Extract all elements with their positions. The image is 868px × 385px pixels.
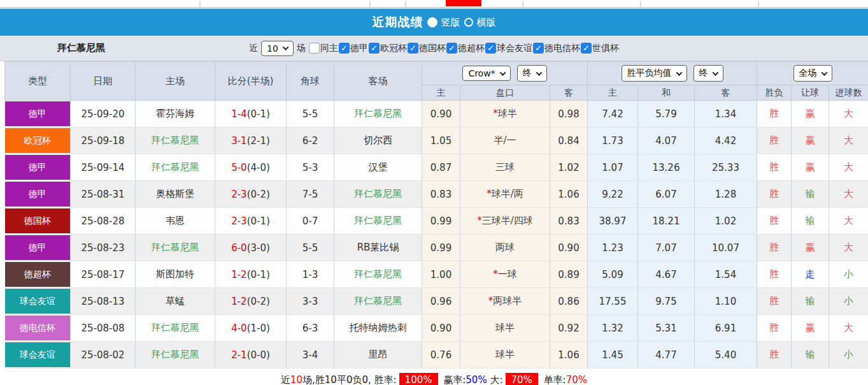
handicap-home-odds: 0.99	[422, 208, 460, 235]
home-team[interactable]: 草蜢	[136, 288, 215, 315]
handicap-text: 半/一	[494, 134, 516, 146]
handicap-home-odds: 0.87	[422, 154, 460, 181]
result-winlose: 胜	[757, 181, 792, 208]
league-badge[interactable]: 德甲	[5, 155, 71, 180]
corner-count: 6-2	[287, 127, 334, 154]
corner-count: 3-3	[287, 288, 334, 315]
match-date: 25-09-14	[71, 154, 136, 181]
win-odds: 9.22	[588, 181, 638, 208]
home-team[interactable]: 霍芬海姆	[136, 101, 215, 127]
lose-odds: 1.10	[695, 288, 757, 315]
corner-count: 5-5	[287, 235, 334, 261]
handicap-line: *球半/两	[460, 181, 550, 208]
handicap-text: 球半	[495, 349, 515, 360]
checkbox-label: 德甲	[350, 43, 368, 54]
league-badge[interactable]: 德甲	[5, 235, 71, 260]
home-team[interactable]: 拜仁慕尼黑	[136, 342, 215, 368]
league-badge[interactable]: 德电信杯	[5, 316, 71, 340]
summary-segment: 近	[281, 374, 290, 385]
summary-segment: 70%	[506, 373, 538, 385]
checkbox[interactable]	[485, 43, 496, 54]
away-team[interactable]: 汉堡	[334, 154, 422, 181]
europe-period-value: 终	[699, 68, 708, 79]
chevron-down-icon	[282, 44, 288, 50]
checkbox[interactable]	[533, 43, 544, 54]
match-count-select[interactable]: 10	[261, 41, 294, 56]
fulltime-score: 2-3	[231, 215, 247, 227]
checkbox[interactable]	[309, 43, 320, 54]
score-cell: 5-0(4-0)	[215, 154, 287, 181]
tab-separator	[640, 1, 641, 7]
league-badge[interactable]: 欧冠杯	[5, 128, 71, 153]
handicap-text: 三球半/四球	[482, 215, 533, 226]
odds-period-select[interactable]: 终	[517, 65, 547, 82]
league-badge[interactable]: 德甲	[5, 182, 71, 207]
league-badge[interactable]: 球会友谊	[5, 342, 71, 367]
europe-odds-select[interactable]: 胜平负均值	[622, 65, 687, 82]
handicap-home-odds: 0.90	[422, 315, 460, 342]
checkbox[interactable]	[581, 43, 592, 54]
league-badge[interactable]: 球会友谊	[5, 289, 71, 314]
handicap-home-odds: 0.83	[422, 181, 460, 208]
away-team[interactable]: 里昂	[334, 342, 422, 368]
handicap-home-odds: 0.96	[422, 288, 460, 315]
result-winlose: 胜	[757, 154, 792, 181]
checkbox[interactable]	[446, 43, 457, 54]
scope-select[interactable]: 全场	[793, 65, 832, 82]
match-row: 德甲 25-09-20 霍芬海姆 1-4(0-1) 5-5 拜仁慕尼黑 0.90…	[5, 101, 868, 127]
draw-odds: 18.21	[638, 208, 695, 235]
lose-odds: 1.02	[695, 208, 757, 235]
handicap-line: *球半	[460, 101, 550, 127]
home-team[interactable]: 奥格斯堡	[136, 181, 215, 208]
win-odds: 1.45	[588, 342, 638, 368]
home-team[interactable]: 拜仁慕尼黑	[136, 127, 215, 154]
away-team[interactable]: 拜仁慕尼黑	[334, 101, 422, 127]
result-winlose: 胜	[757, 288, 792, 315]
away-team[interactable]: 切尔西	[334, 127, 422, 154]
home-team[interactable]: 拜仁慕尼黑	[136, 235, 215, 261]
win-odds: 38.97	[588, 208, 638, 235]
odds-company-select[interactable]: Crow*	[462, 66, 510, 81]
summary-segment: 场,胜10平0负0, 胜率:	[302, 374, 397, 385]
match-date: 25-08-31	[71, 181, 136, 208]
away-team[interactable]: 拜仁慕尼黑	[334, 261, 422, 288]
handicap-away-odds: 1.06	[550, 342, 588, 368]
win-odds: 1.32	[588, 315, 638, 342]
europe-period-select[interactable]: 终	[694, 65, 723, 82]
corner-count: 5-5	[287, 101, 334, 127]
europe-odds-header: 胜平负均值 终	[588, 62, 757, 85]
handicap-away-odds: 0.83	[550, 208, 588, 235]
layout-option-vertical[interactable]: 竖版	[427, 17, 460, 29]
handicap-header: Crow* 终	[422, 62, 588, 85]
column-subheader: 盘口	[460, 85, 550, 101]
away-team[interactable]: 拜仁慕尼黑	[334, 208, 422, 235]
league-badge[interactable]: 德甲	[5, 101, 71, 126]
draw-odds: 13.26	[638, 154, 695, 181]
league-badge[interactable]: 德超杯	[5, 262, 71, 287]
handicap-home-odds: 1.00	[422, 261, 460, 288]
league-badge[interactable]: 德国杯	[5, 208, 71, 233]
checkbox[interactable]	[408, 43, 418, 54]
radio-icon	[427, 17, 438, 27]
handicap-away-odds: 0.98	[550, 101, 588, 127]
win-odds: 1.73	[588, 127, 638, 154]
home-team[interactable]: 拜仁慕尼黑	[136, 315, 215, 342]
home-team[interactable]: 韦恩	[136, 208, 215, 235]
lose-odds: 1.28	[695, 181, 757, 208]
score-cell: 2-3(0-1)	[215, 208, 287, 235]
checkbox-label: 同主	[320, 43, 338, 54]
active-tab-indicator[interactable]	[446, 0, 481, 6]
checkbox[interactable]	[339, 43, 350, 54]
checkbox[interactable]	[369, 43, 380, 54]
result-handicap: 赢	[792, 154, 829, 181]
away-team[interactable]: 托特纳姆热刺	[334, 315, 422, 342]
home-team[interactable]: 斯图加特	[136, 261, 215, 288]
away-team[interactable]: RB莱比锡	[334, 235, 422, 261]
home-team[interactable]: 拜仁慕尼黑	[136, 154, 215, 181]
result-winlose: 胜	[757, 127, 792, 154]
layout-option-horizontal[interactable]: 横版	[464, 17, 496, 29]
away-team[interactable]: 拜仁慕尼黑	[334, 288, 422, 315]
halftime-score: (3-0)	[247, 242, 270, 254]
draw-odds: 4.67	[638, 261, 695, 288]
away-team[interactable]: 拜仁慕尼黑	[334, 181, 422, 208]
